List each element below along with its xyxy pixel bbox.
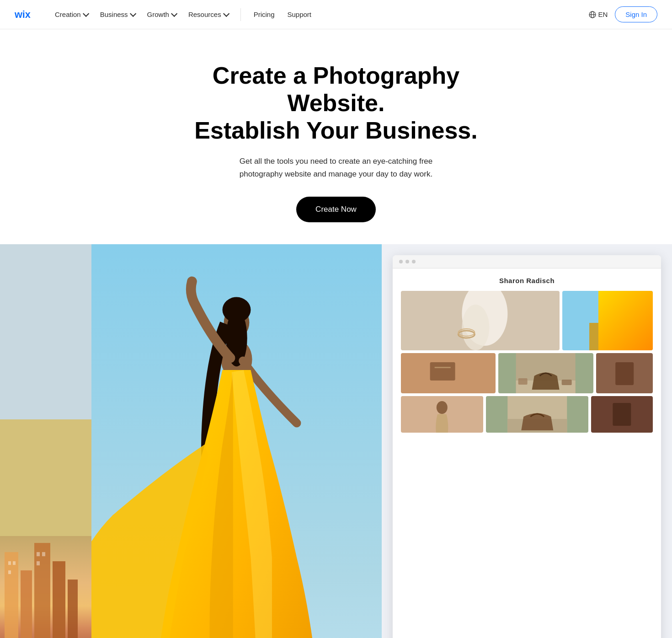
- create-now-button[interactable]: Create Now: [296, 197, 376, 222]
- svg-rect-13: [42, 552, 45, 556]
- navbar: wix Creation Business Growth Resources P…: [0, 0, 672, 29]
- photo-thumb-accessory-small: [596, 353, 653, 393]
- svg-rect-38: [430, 362, 455, 381]
- figure-small-photo: [401, 396, 483, 433]
- collage-column: [0, 244, 91, 638]
- photo-thumb-bag: [498, 353, 593, 393]
- browser-dot-2: [405, 260, 409, 263]
- browser-content: Sharon Radisch: [393, 268, 661, 438]
- nav-links: Creation Business Growth Resources Prici…: [49, 7, 589, 22]
- svg-rect-51: [613, 403, 631, 426]
- leather-photo: [401, 353, 496, 393]
- svg-rect-5: [21, 570, 32, 638]
- browser-dot-3: [412, 260, 416, 263]
- bag-photo: [498, 353, 593, 393]
- svg-rect-9: [8, 561, 11, 565]
- collage-sky-panel: [0, 244, 91, 419]
- svg-rect-11: [8, 570, 11, 574]
- logo[interactable]: wix: [15, 8, 38, 21]
- chevron-down-icon: [171, 10, 177, 16]
- nav-item-resources[interactable]: Resources: [183, 7, 233, 22]
- woman-dress-illustration: [91, 244, 382, 638]
- browser-bar: [393, 255, 661, 268]
- svg-rect-7: [53, 561, 65, 638]
- nav-item-business[interactable]: Business: [95, 7, 140, 22]
- svg-rect-6: [34, 543, 50, 638]
- hero-subtitle: Get all the tools you need to create an …: [231, 155, 441, 180]
- photo-grid-bot: [401, 396, 653, 433]
- photo-thumb-dark-small: [591, 396, 653, 433]
- chevron-down-icon: [83, 10, 89, 16]
- svg-point-32: [462, 305, 489, 350]
- svg-rect-4: [5, 552, 18, 638]
- nav-item-support[interactable]: Support: [282, 7, 317, 22]
- photo-thumb-figure-small: [401, 396, 483, 433]
- accessory-small-photo: [596, 353, 653, 393]
- nav-right: EN Sign In: [589, 6, 657, 22]
- photo-thumb-sky-dress: [562, 291, 653, 350]
- svg-point-47: [437, 401, 448, 414]
- bag-sand-photo: [486, 396, 589, 433]
- globe-icon: [589, 11, 596, 18]
- collage-buildings-panel: [0, 536, 91, 638]
- nav-item-growth[interactable]: Growth: [142, 7, 181, 22]
- sky-dress-photo: [562, 291, 653, 350]
- portfolio-name: Sharon Radisch: [401, 277, 653, 284]
- svg-rect-14: [37, 561, 40, 565]
- photo-grid-top: [401, 291, 653, 350]
- photo-thumb-bag-sand: [486, 396, 589, 433]
- nav-divider: [240, 8, 241, 21]
- buildings-illustration: [0, 536, 91, 638]
- svg-rect-8: [68, 579, 78, 638]
- browser-mockup: Sharon Radisch: [393, 255, 661, 638]
- photo-grid-mid: [401, 353, 653, 393]
- collage-yellow-panel: [0, 419, 91, 536]
- photo-thumb-jewelry: [401, 291, 560, 350]
- photo-thumb-leather: [401, 353, 496, 393]
- svg-rect-39: [435, 367, 451, 368]
- nav-item-creation[interactable]: Creation: [49, 7, 93, 22]
- showcase-section: Sharon Radisch: [0, 244, 672, 638]
- language-selector[interactable]: EN: [589, 11, 608, 18]
- svg-rect-45: [615, 362, 634, 385]
- hero-title: Create a Photography Website. Establish …: [176, 62, 496, 144]
- nav-item-pricing[interactable]: Pricing: [248, 7, 280, 22]
- jewelry-photo: [401, 291, 560, 350]
- building-svg: [0, 536, 91, 638]
- preview-column: Sharon Radisch: [382, 244, 672, 638]
- svg-text:wix: wix: [15, 9, 31, 20]
- hero-section: Create a Photography Website. Establish …: [0, 29, 672, 244]
- chevron-down-icon: [223, 10, 229, 16]
- svg-rect-10: [13, 561, 16, 565]
- chevron-down-icon: [130, 10, 136, 16]
- main-photo-column: [91, 244, 382, 638]
- dark-small-photo: [591, 396, 653, 433]
- sign-in-button[interactable]: Sign In: [615, 6, 657, 22]
- svg-rect-12: [37, 552, 40, 556]
- svg-rect-36: [589, 323, 626, 350]
- svg-rect-43: [562, 380, 572, 385]
- svg-rect-42: [518, 378, 528, 385]
- browser-dot-1: [399, 260, 403, 263]
